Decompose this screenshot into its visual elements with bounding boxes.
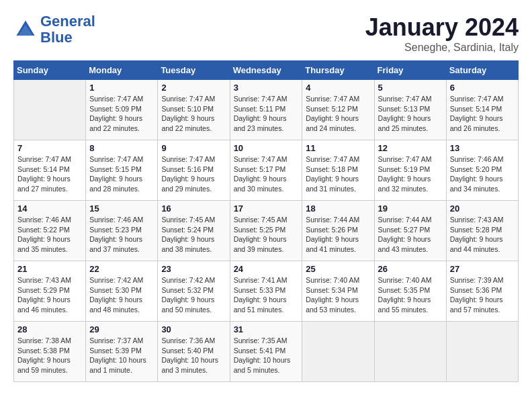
calendar-week-row: 1Sunrise: 7:47 AMSunset: 5:09 PMDaylight… — [14, 80, 519, 140]
calendar-body: 1Sunrise: 7:47 AMSunset: 5:09 PMDaylight… — [14, 80, 519, 382]
calendar-cell: 9Sunrise: 7:47 AMSunset: 5:16 PMDaylight… — [158, 140, 230, 201]
day-info: Sunrise: 7:37 AMSunset: 5:39 PMDaylight:… — [89, 336, 154, 375]
day-info: Sunrise: 7:47 AMSunset: 5:09 PMDaylight:… — [89, 94, 154, 134]
day-info: Sunrise: 7:45 AMSunset: 5:24 PMDaylight:… — [161, 215, 226, 255]
day-number: 28 — [17, 324, 82, 334]
calendar-cell: 29Sunrise: 7:37 AMSunset: 5:39 PMDayligh… — [86, 322, 158, 382]
calendar-cell: 15Sunrise: 7:46 AMSunset: 5:23 PMDayligh… — [86, 201, 158, 261]
day-info: Sunrise: 7:38 AMSunset: 5:38 PMDaylight:… — [17, 336, 82, 375]
logo-text: General Blue — [40, 13, 95, 46]
day-number: 24 — [234, 264, 299, 274]
calendar-cell: 17Sunrise: 7:45 AMSunset: 5:25 PMDayligh… — [230, 201, 302, 261]
day-info: Sunrise: 7:36 AMSunset: 5:40 PMDaylight:… — [161, 336, 226, 375]
calendar-cell — [302, 322, 374, 382]
day-info: Sunrise: 7:47 AMSunset: 5:11 PMDaylight:… — [234, 94, 299, 134]
day-number: 26 — [378, 264, 443, 274]
weekday-header-wednesday: Wednesday — [230, 61, 302, 80]
day-info: Sunrise: 7:47 AMSunset: 5:12 PMDaylight:… — [306, 94, 370, 134]
day-info: Sunrise: 7:41 AMSunset: 5:33 PMDaylight:… — [234, 275, 299, 315]
day-info: Sunrise: 7:47 AMSunset: 5:14 PMDaylight:… — [17, 154, 82, 194]
day-number: 11 — [306, 143, 370, 153]
day-info: Sunrise: 7:35 AMSunset: 5:41 PMDaylight:… — [234, 336, 299, 375]
day-info: Sunrise: 7:39 AMSunset: 5:36 PMDaylight:… — [450, 275, 515, 315]
day-info: Sunrise: 7:44 AMSunset: 5:26 PMDaylight:… — [306, 215, 370, 255]
calendar-cell: 20Sunrise: 7:43 AMSunset: 5:28 PMDayligh… — [446, 201, 518, 261]
calendar-cell: 7Sunrise: 7:47 AMSunset: 5:14 PMDaylight… — [14, 140, 86, 201]
day-number: 21 — [17, 264, 82, 274]
calendar-cell: 2Sunrise: 7:47 AMSunset: 5:10 PMDaylight… — [158, 80, 230, 140]
day-number: 10 — [234, 143, 299, 153]
day-number: 9 — [161, 143, 226, 153]
day-info: Sunrise: 7:44 AMSunset: 5:27 PMDaylight:… — [378, 215, 443, 255]
calendar-cell: 8Sunrise: 7:47 AMSunset: 5:15 PMDaylight… — [86, 140, 158, 201]
calendar-week-row: 28Sunrise: 7:38 AMSunset: 5:38 PMDayligh… — [14, 322, 519, 382]
day-info: Sunrise: 7:46 AMSunset: 5:23 PMDaylight:… — [89, 215, 154, 255]
calendar-cell: 21Sunrise: 7:43 AMSunset: 5:29 PMDayligh… — [14, 261, 86, 322]
day-info: Sunrise: 7:47 AMSunset: 5:18 PMDaylight:… — [306, 154, 370, 194]
day-info: Sunrise: 7:47 AMSunset: 5:19 PMDaylight:… — [378, 154, 443, 194]
day-number: 30 — [161, 324, 226, 334]
calendar-cell: 10Sunrise: 7:47 AMSunset: 5:17 PMDayligh… — [230, 140, 302, 201]
calendar-cell: 4Sunrise: 7:47 AMSunset: 5:12 PMDaylight… — [302, 80, 374, 140]
page-header: General Blue January 2024 Seneghe, Sardi… — [13, 13, 519, 54]
calendar-cell: 25Sunrise: 7:40 AMSunset: 5:34 PMDayligh… — [302, 261, 374, 322]
calendar-cell: 23Sunrise: 7:42 AMSunset: 5:32 PMDayligh… — [158, 261, 230, 322]
day-info: Sunrise: 7:47 AMSunset: 5:14 PMDaylight:… — [450, 94, 515, 134]
day-number: 25 — [306, 264, 370, 274]
day-number: 2 — [161, 83, 226, 93]
day-number: 8 — [89, 143, 154, 153]
day-info: Sunrise: 7:40 AMSunset: 5:35 PMDaylight:… — [378, 275, 443, 315]
day-info: Sunrise: 7:47 AMSunset: 5:10 PMDaylight:… — [161, 94, 226, 134]
day-number: 12 — [378, 143, 443, 153]
weekday-header-saturday: Saturday — [446, 61, 518, 80]
day-number: 22 — [89, 264, 154, 274]
day-number: 15 — [89, 203, 154, 214]
day-number: 14 — [17, 203, 82, 214]
day-info: Sunrise: 7:40 AMSunset: 5:34 PMDaylight:… — [306, 275, 370, 315]
day-number: 18 — [306, 203, 370, 214]
calendar-cell: 6Sunrise: 7:47 AMSunset: 5:14 PMDaylight… — [446, 80, 518, 140]
day-number: 4 — [306, 83, 370, 93]
calendar-cell — [446, 322, 518, 382]
day-number: 31 — [234, 324, 299, 334]
calendar-cell: 26Sunrise: 7:40 AMSunset: 5:35 PMDayligh… — [374, 261, 446, 322]
weekday-header-sunday: Sunday — [14, 61, 86, 80]
day-info: Sunrise: 7:42 AMSunset: 5:30 PMDaylight:… — [89, 275, 154, 315]
day-info: Sunrise: 7:46 AMSunset: 5:20 PMDaylight:… — [450, 154, 515, 194]
calendar-table: SundayMondayTuesdayWednesdayThursdayFrid… — [13, 60, 519, 382]
day-number: 1 — [89, 83, 154, 93]
day-number: 16 — [161, 203, 226, 214]
day-info: Sunrise: 7:47 AMSunset: 5:13 PMDaylight:… — [378, 94, 443, 134]
day-number: 29 — [89, 324, 154, 334]
month-year-title: January 2024 — [365, 13, 519, 42]
calendar-cell: 11Sunrise: 7:47 AMSunset: 5:18 PMDayligh… — [302, 140, 374, 201]
title-block: January 2024 Seneghe, Sardinia, Italy — [365, 13, 519, 54]
calendar-cell — [14, 80, 86, 140]
day-info: Sunrise: 7:45 AMSunset: 5:25 PMDaylight:… — [234, 215, 299, 255]
day-number: 23 — [161, 264, 226, 274]
calendar-cell: 5Sunrise: 7:47 AMSunset: 5:13 PMDaylight… — [374, 80, 446, 140]
day-number: 20 — [450, 203, 515, 214]
day-number: 5 — [378, 83, 443, 93]
calendar-cell: 27Sunrise: 7:39 AMSunset: 5:36 PMDayligh… — [446, 261, 518, 322]
day-number: 13 — [450, 143, 515, 153]
day-info: Sunrise: 7:42 AMSunset: 5:32 PMDaylight:… — [161, 275, 226, 315]
logo-icon — [13, 17, 38, 42]
calendar-week-row: 7Sunrise: 7:47 AMSunset: 5:14 PMDaylight… — [14, 140, 519, 201]
calendar-cell: 19Sunrise: 7:44 AMSunset: 5:27 PMDayligh… — [374, 201, 446, 261]
day-info: Sunrise: 7:47 AMSunset: 5:16 PMDaylight:… — [161, 154, 226, 194]
calendar-cell: 12Sunrise: 7:47 AMSunset: 5:19 PMDayligh… — [374, 140, 446, 201]
calendar-cell: 13Sunrise: 7:46 AMSunset: 5:20 PMDayligh… — [446, 140, 518, 201]
day-number: 3 — [234, 83, 299, 93]
calendar-cell: 31Sunrise: 7:35 AMSunset: 5:41 PMDayligh… — [230, 322, 302, 382]
calendar-week-row: 14Sunrise: 7:46 AMSunset: 5:22 PMDayligh… — [14, 201, 519, 261]
weekday-header-friday: Friday — [374, 61, 446, 80]
calendar-cell: 24Sunrise: 7:41 AMSunset: 5:33 PMDayligh… — [230, 261, 302, 322]
day-info: Sunrise: 7:43 AMSunset: 5:29 PMDaylight:… — [17, 275, 82, 315]
calendar-cell: 22Sunrise: 7:42 AMSunset: 5:30 PMDayligh… — [86, 261, 158, 322]
logo: General Blue — [13, 13, 95, 46]
day-number: 6 — [450, 83, 515, 93]
day-number: 27 — [450, 264, 515, 274]
day-info: Sunrise: 7:46 AMSunset: 5:22 PMDaylight:… — [17, 215, 82, 255]
calendar-cell: 3Sunrise: 7:47 AMSunset: 5:11 PMDaylight… — [230, 80, 302, 140]
